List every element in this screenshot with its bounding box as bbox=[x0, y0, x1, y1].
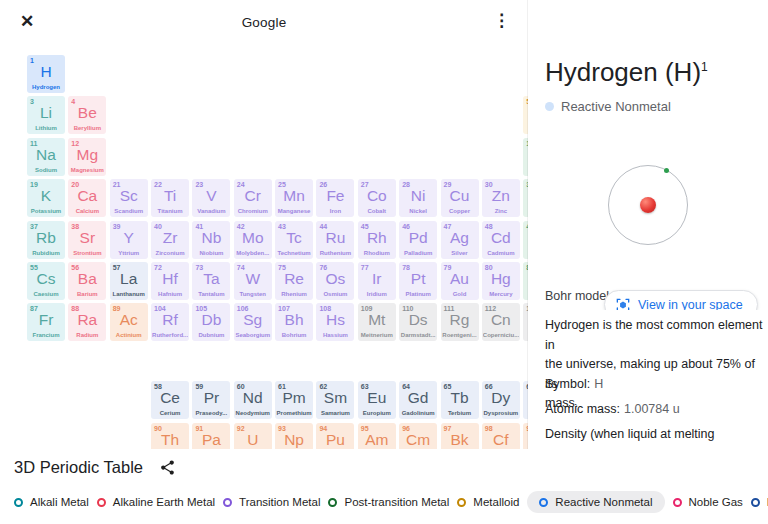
legend-item-reactive-nonmetal[interactable]: Reactive Nonmetal bbox=[527, 491, 664, 513]
element-tile-h[interactable]: 1HHydrogen bbox=[27, 55, 65, 93]
element-tile-nb[interactable]: 41NbNiobium bbox=[192, 221, 230, 259]
element-sym: Nb bbox=[192, 230, 230, 246]
element-tile-db[interactable]: 105DbDubnium bbox=[192, 303, 230, 341]
element-name: Dubnium bbox=[193, 332, 229, 338]
element-tile-cm[interactable]: 96Cm bbox=[399, 423, 437, 449]
element-sym: Bh bbox=[275, 312, 313, 328]
element-tile-np[interactable]: 93Np bbox=[275, 423, 313, 449]
legend-item-metalloid[interactable]: Metalloid bbox=[457, 491, 519, 513]
legend-ring-icon bbox=[457, 498, 466, 507]
legend-item-alkali-metal[interactable]: Alkali Metal bbox=[14, 491, 89, 513]
element-tile-rb[interactable]: 37RbRubidium bbox=[27, 221, 65, 259]
element-tile-bk[interactable]: 97Bk bbox=[441, 423, 479, 449]
element-tile-ca[interactable]: 20CaCalcium bbox=[68, 179, 106, 217]
element-tile-cn[interactable]: 112CnCoperniciu... bbox=[482, 303, 520, 341]
element-tile-na[interactable]: 11NaSodium bbox=[27, 138, 65, 176]
element-sym: Ta bbox=[192, 271, 230, 287]
element-tile-v[interactable]: 23VVanadium bbox=[192, 179, 230, 217]
element-name: Iridium bbox=[359, 291, 395, 297]
category-chip-label: Reactive Nonmetal bbox=[561, 99, 671, 114]
element-tile-ta[interactable]: 73TaTantalum bbox=[192, 262, 230, 300]
element-tile-cu[interactable]: 29CuCopper bbox=[441, 179, 479, 217]
element-tile-hf[interactable]: 72HfHafnium bbox=[151, 262, 189, 300]
element-tile-cr[interactable]: 24CrChromium bbox=[234, 179, 272, 217]
element-tile-co[interactable]: 27CoCobalt bbox=[358, 179, 396, 217]
element-tile-cd[interactable]: 48CdCadmium bbox=[482, 221, 520, 259]
element-tile-pa[interactable]: 91Pa bbox=[192, 423, 230, 449]
element-tile-ir[interactable]: 77IrIridium bbox=[358, 262, 396, 300]
element-tile-rf[interactable]: 104RfRutherford... bbox=[151, 303, 189, 341]
element-tile-sg[interactable]: 106SgSeaborgium bbox=[234, 303, 272, 341]
element-tile-cf[interactable]: 98Cf bbox=[482, 423, 520, 449]
legend-label: Alkaline Earth Metal bbox=[113, 496, 215, 508]
element-tile-zr[interactable]: 40ZrZirconium bbox=[151, 221, 189, 259]
element-tile-mt[interactable]: 109MtMeitnerium bbox=[358, 303, 396, 341]
element-tile-ds[interactable]: 110DsDarmstadt... bbox=[399, 303, 437, 341]
element-sym: Rg bbox=[441, 312, 479, 328]
element-tile-la[interactable]: 57LaLanthanum bbox=[110, 262, 148, 300]
element-tile-y[interactable]: 39YYttrium bbox=[110, 221, 148, 259]
element-tile-sc[interactable]: 21ScScandium bbox=[110, 179, 148, 217]
legend-item-lanthanide[interactable]: Lanthanide bbox=[751, 491, 768, 513]
element-tile-ru[interactable]: 44RuRuthenium bbox=[316, 221, 354, 259]
element-tile-pt[interactable]: 78PtPlatinum bbox=[399, 262, 437, 300]
element-tile-ba[interactable]: 56BaBarium bbox=[68, 262, 106, 300]
element-tile-re[interactable]: 75ReRhenium bbox=[275, 262, 313, 300]
element-tile-am[interactable]: 95Am bbox=[358, 423, 396, 449]
element-sym: Pr bbox=[192, 390, 230, 406]
element-tile-ni[interactable]: 28NiNickel bbox=[399, 179, 437, 217]
element-tile-ac[interactable]: 89AcActinium bbox=[110, 303, 148, 341]
element-num: 4 bbox=[71, 98, 75, 105]
element-tile-li[interactable]: 3LiLithium bbox=[27, 96, 65, 134]
element-tile-w[interactable]: 74WTungsten bbox=[234, 262, 272, 300]
element-tile-sm[interactable]: 62SmSamarium bbox=[316, 381, 354, 419]
element-sym: Sr bbox=[68, 230, 106, 246]
element-tile-ce[interactable]: 58CeCerium bbox=[151, 381, 189, 419]
element-tile-os[interactable]: 76OsOsmium bbox=[316, 262, 354, 300]
element-tile-zn[interactable]: 30ZnZinc bbox=[482, 179, 520, 217]
more-options-icon[interactable]: ⋮ bbox=[493, 12, 510, 29]
element-tile-u[interactable]: 92U bbox=[234, 423, 272, 449]
element-tile-be[interactable]: 4BeBeryllium bbox=[68, 96, 106, 134]
element-tile-pu[interactable]: 94Pu bbox=[316, 423, 354, 449]
element-tile-eu[interactable]: 63EuEuropium bbox=[358, 381, 396, 419]
view-in-your-space-button[interactable]: View in your space bbox=[604, 290, 758, 310]
element-tile-nd[interactable]: 60NdNeodymium bbox=[234, 381, 272, 419]
element-tile-hs[interactable]: 108HsHassium bbox=[316, 303, 354, 341]
legend-item-alkaline-earth-metal[interactable]: Alkaline Earth Metal bbox=[97, 491, 215, 513]
element-tile-fr[interactable]: 87FrFrancium bbox=[27, 303, 65, 341]
element-tile-k[interactable]: 19KPotassium bbox=[27, 179, 65, 217]
element-sym: Ru bbox=[316, 230, 354, 246]
element-tile-rg[interactable]: 111RgRoentgeni... bbox=[441, 303, 479, 341]
bohr-model-viewer[interactable]: Bohr model View in your space bbox=[528, 128, 768, 310]
element-tile-mo[interactable]: 42MoMolybden... bbox=[234, 221, 272, 259]
legend-item-transition-metal[interactable]: Transition Metal bbox=[223, 491, 320, 513]
legend-ring-icon bbox=[97, 498, 106, 507]
element-name: Copper bbox=[442, 208, 478, 214]
element-tile-dy[interactable]: 66DyDysprosium bbox=[482, 381, 520, 419]
element-tile-ag[interactable]: 47AgSilver bbox=[441, 221, 479, 259]
element-tile-mn[interactable]: 25MnManganese bbox=[275, 179, 313, 217]
element-name: Potassium bbox=[28, 208, 64, 214]
element-tile-rh[interactable]: 45RhRhodium bbox=[358, 221, 396, 259]
element-tile-mg[interactable]: 12MgMagnesium bbox=[68, 138, 106, 176]
element-tile-sr[interactable]: 38SrStrontium bbox=[68, 221, 106, 259]
legend-item-noble-gas[interactable]: Noble Gas bbox=[673, 491, 743, 513]
element-sym: Bk bbox=[441, 432, 479, 448]
share-icon[interactable] bbox=[159, 459, 176, 476]
element-tile-pd[interactable]: 46PdPalladium bbox=[399, 221, 437, 259]
element-tile-fe[interactable]: 26FeIron bbox=[316, 179, 354, 217]
element-tile-tc[interactable]: 43TcTechnetium bbox=[275, 221, 313, 259]
element-tile-pm[interactable]: 61PmPromethium bbox=[275, 381, 313, 419]
element-tile-ti[interactable]: 22TiTitanium bbox=[151, 179, 189, 217]
element-tile-cs[interactable]: 55CsCaesium bbox=[27, 262, 65, 300]
element-tile-au[interactable]: 79AuGold bbox=[441, 262, 479, 300]
element-tile-hg[interactable]: 80HgMercury bbox=[482, 262, 520, 300]
element-tile-pr[interactable]: 59PrPraseody... bbox=[192, 381, 230, 419]
element-tile-tb[interactable]: 65TbTerbium bbox=[441, 381, 479, 419]
element-tile-th[interactable]: 90Th bbox=[151, 423, 189, 449]
legend-item-post-transition-metal[interactable]: Post-transition Metal bbox=[328, 491, 449, 513]
element-tile-ra[interactable]: 88RaRadium bbox=[68, 303, 106, 341]
element-tile-gd[interactable]: 64GdGadolinium bbox=[399, 381, 437, 419]
element-tile-bh[interactable]: 107BhBohrium bbox=[275, 303, 313, 341]
